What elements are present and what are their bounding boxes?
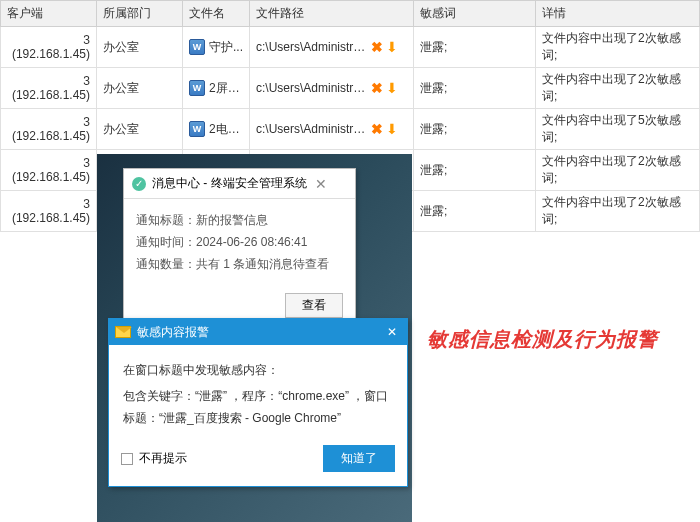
notif-title-label: 通知标题： xyxy=(136,209,196,231)
th-keyword[interactable]: 敏感词 xyxy=(414,1,536,27)
download-icon[interactable]: ⬇ xyxy=(386,121,398,137)
cell-client: 3 (192.168.1.45) xyxy=(1,27,97,68)
cell-filepath: c:\Users\Administrat...✖⬇ xyxy=(250,68,414,109)
cell-detail: 文件内容中出现了2次敏感词; xyxy=(536,27,700,68)
alert-dialog: 敏感内容报警 ✕ 在窗口标题中发现敏感内容： 包含关键字：“泄露” ，程序：“c… xyxy=(108,318,408,487)
table-row[interactable]: 3 (192.168.1.45)办公室W2电脑...c:\Users\Admin… xyxy=(1,109,700,150)
download-icon[interactable]: ⬇ xyxy=(386,80,398,96)
doc-icon: W xyxy=(189,80,205,96)
notif-count-label: 通知数量： xyxy=(136,253,196,275)
cell-client: 3 (192.168.1.45) xyxy=(1,150,97,191)
notification-title: 消息中心 - 终端安全管理系统 xyxy=(152,175,307,192)
alert-title: 敏感内容报警 xyxy=(137,324,377,341)
cell-detail: 文件内容中出现了2次敏感词; xyxy=(536,68,700,109)
alert-body: 在窗口标题中发现敏感内容： 包含关键字：“泄露” ，程序：“chrome.exe… xyxy=(109,345,407,437)
notif-time-label: 通知时间： xyxy=(136,231,196,253)
notif-title-value: 新的报警信息 xyxy=(196,209,268,231)
alert-footer: 不再提示 知道了 xyxy=(109,437,407,486)
cell-keyword: 泄露; xyxy=(414,191,536,232)
notification-icon: ✓ xyxy=(132,177,146,191)
cell-filepath: c:\Users\Administrat...✖⬇ xyxy=(250,27,414,68)
close-icon[interactable]: ✕ xyxy=(313,176,329,192)
cell-client: 3 (192.168.1.45) xyxy=(1,109,97,150)
cell-filename: W2电脑... xyxy=(183,109,250,150)
cell-dept: 办公室 xyxy=(97,68,183,109)
cell-keyword: 泄露; xyxy=(414,150,536,191)
th-client[interactable]: 客户端 xyxy=(1,1,97,27)
delete-icon[interactable]: ✖ xyxy=(371,121,383,137)
alert-body-line2: 包含关键字：“泄露” ，程序：“chrome.exe” ，窗口标题：“泄露_百度… xyxy=(123,385,393,429)
notif-time-value: 2024-06-26 08:46:41 xyxy=(196,231,307,253)
cell-detail: 文件内容中出现了2次敏感词; xyxy=(536,150,700,191)
alert-header: 敏感内容报警 ✕ xyxy=(109,319,407,345)
view-button[interactable]: 查看 xyxy=(285,293,343,318)
close-icon[interactable]: ✕ xyxy=(383,325,401,339)
noshow-checkbox[interactable] xyxy=(121,453,133,465)
cell-filepath: c:\Users\Administrat...✖⬇ xyxy=(250,109,414,150)
red-caption: 敏感信息检测及行为报警 xyxy=(427,326,658,353)
table-row[interactable]: 3 (192.168.1.45)办公室W守护...c:\Users\Admini… xyxy=(1,27,700,68)
cell-client: 3 (192.168.1.45) xyxy=(1,191,97,232)
cell-filename: W2屏幕... xyxy=(183,68,250,109)
table-row[interactable]: 3 (192.168.1.45)办公室W2屏幕...c:\Users\Admin… xyxy=(1,68,700,109)
doc-icon: W xyxy=(189,121,205,137)
cell-dept: 办公室 xyxy=(97,109,183,150)
cell-detail: 文件内容中出现了5次敏感词; xyxy=(536,109,700,150)
notification-header: ✓ 消息中心 - 终端安全管理系统 ✕ xyxy=(124,169,355,199)
doc-icon: W xyxy=(189,39,205,55)
cell-filename: W守护... xyxy=(183,27,250,68)
th-filepath[interactable]: 文件路径 xyxy=(250,1,414,27)
th-dept[interactable]: 所属部门 xyxy=(97,1,183,27)
cell-keyword: 泄露; xyxy=(414,68,536,109)
cell-dept: 办公室 xyxy=(97,27,183,68)
alert-body-line1: 在窗口标题中发现敏感内容： xyxy=(123,359,393,381)
delete-icon[interactable]: ✖ xyxy=(371,80,383,96)
cell-detail: 文件内容中出现了2次敏感词; xyxy=(536,191,700,232)
cell-keyword: 泄露; xyxy=(414,27,536,68)
delete-icon[interactable]: ✖ xyxy=(371,39,383,55)
envelope-icon xyxy=(115,326,131,338)
download-icon[interactable]: ⬇ xyxy=(386,39,398,55)
notif-count-value: 共有 1 条通知消息待查看 xyxy=(196,253,329,275)
notification-body: 通知标题： 新的报警信息 通知时间： 2024-06-26 08:46:41 通… xyxy=(124,199,355,285)
cell-client: 3 (192.168.1.45) xyxy=(1,68,97,109)
th-filename[interactable]: 文件名 xyxy=(183,1,250,27)
ok-button[interactable]: 知道了 xyxy=(323,445,395,472)
noshow-label: 不再提示 xyxy=(139,450,187,467)
cell-keyword: 泄露; xyxy=(414,109,536,150)
th-detail[interactable]: 详情 xyxy=(536,1,700,27)
notification-dialog: ✓ 消息中心 - 终端安全管理系统 ✕ 通知标题： 新的报警信息 通知时间： 2… xyxy=(123,168,356,329)
